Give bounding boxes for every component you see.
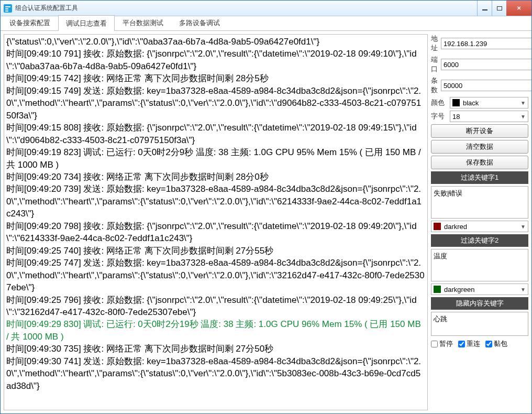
minimize-icon [482,9,487,10]
addr-label: 地址 [431,34,438,53]
font-label: 字号 [431,112,447,121]
clear-button[interactable]: 清空数据 [431,140,528,154]
pause-checkbox[interactable]: 暂停 [431,339,453,348]
hide-input[interactable]: 心跳 [431,312,528,336]
tab-multi-device[interactable]: 多路设备调试 [171,15,228,30]
color-label: 颜色 [431,98,447,107]
log-line: 时间[09:49:20 798] 接收: 原始数据: {\"jsonrpc\":… [6,220,425,245]
tab-debug-log[interactable]: 调试日志查看 [58,15,115,31]
filter2-header: 过滤关键字2 [431,234,528,247]
hide-header: 隐藏内容关键字 [431,297,528,310]
log-line: 时间[09:49:20 739] 发送: 原始数据: key=1ba37328-… [6,183,425,220]
log-line: 时间[09:49:19 823] 调试: 已运行: 0天0时2分9秒 温度: 3… [6,146,425,171]
titlebar: 组合认证系统配置工具 ✕ [1,1,531,16]
log-line: 时间[09:49:25 747] 发送: 原始数据: key=1ba37328-… [6,257,425,293]
log-line: 时间[09:49:15 808] 接收: 原始数据: {\"jsonrpc\":… [6,122,425,146]
options-row: 暂停 重连 黏包 [431,338,528,348]
color-swatch-icon [434,286,441,293]
count-input[interactable] [441,80,531,91]
app-window: 组合认证系统配置工具 ✕ 设备搜索配置 调试日志查看 平台数据测试 多路设备调试… [0,0,532,414]
filter1-header: 过滤关键字1 [431,171,528,184]
filter2-input[interactable]: 温度 [431,249,528,281]
log-line: 时间[09:49:30 735] 接收: 网络正常 离下次同步数据时间剩 27分… [6,343,425,355]
filter1-color-value: darkred [444,223,467,231]
color-swatch-icon [434,223,441,230]
chevron-down-icon: ▼ [520,114,526,119]
log-line: 时间[09:49:29 830] 调试: 已运行: 0天0时2分19秒 温度: … [6,318,425,343]
log-panel[interactable]: {\"status\":0,\"ver\":\"2.0.0\"},\"id\":… [4,34,428,410]
port-input[interactable] [441,59,531,70]
app-icon [4,4,12,13]
log-line: 时间[09:49:15 749] 发送: 原始数据: key=1ba37328-… [6,85,425,122]
chevron-down-icon: ▼ [520,287,526,292]
close-button[interactable]: ✕ [506,1,531,16]
content-area: {\"status\":0,\"ver\":\"2.0.0\"},\"id\":… [1,31,531,413]
port-label: 端口 [431,55,438,74]
tab-device-search[interactable]: 设备搜索配置 [2,15,58,30]
save-button[interactable]: 保存数据 [431,156,528,169]
filter1-input[interactable]: 失败|错误 [431,186,528,219]
maximize-button[interactable] [492,1,506,16]
addr-input[interactable] [441,38,531,49]
color-swatch-icon [452,99,460,106]
font-select-value: 18 [452,113,460,121]
log-line: {\"status\":0,\"ver\":\"2.0.0\"},\"id\":… [6,36,425,48]
log-line: 时间[09:49:15 742] 接收: 网络正常 离下次同步数据时间剩 28分… [6,72,425,84]
log-line: 时间[09:49:25 740] 接收: 网络正常 离下次同步数据时间剩 27分… [6,245,425,257]
log-line: 时间[09:49:10 791] 接收: 原始数据: {\"jsonrpc\":… [6,48,425,72]
maximize-icon [497,6,502,10]
window-title: 组合认证系统配置工具 [15,4,477,13]
chevron-down-icon: ▼ [520,100,526,106]
color-select[interactable]: black ▼ [450,97,528,108]
window-controls: ✕ [477,1,531,16]
color-select-value: black [463,99,479,107]
chevron-down-icon: ▼ [520,224,526,230]
filter2-color-value: darkgreen [444,286,475,293]
log-line: 时间[09:49:30 741] 发送: 原始数据: key=1ba37328-… [6,355,425,392]
filter1-color-select[interactable]: darkred ▼ [431,221,528,232]
minimize-button[interactable] [477,1,492,16]
sticky-checkbox[interactable]: 黏包 [485,339,507,348]
disconnect-button[interactable]: 断开设备 [431,124,528,138]
close-icon: ✕ [517,5,521,11]
log-line: 时间[09:49:25 796] 接收: 原始数据: {\"jsonrpc\":… [6,294,425,319]
reconnect-checkbox[interactable]: 重连 [458,339,480,348]
side-panel: 地址 端口 条数 颜色 black ▼ [431,34,528,410]
tab-platform-test[interactable]: 平台数据测试 [115,15,171,30]
font-select[interactable]: 18 ▼ [450,111,528,122]
filter2-color-select[interactable]: darkgreen ▼ [431,284,528,295]
log-line: 时间[09:49:20 734] 接收: 网络正常 离下次同步数据时间剩 28分… [6,171,425,183]
count-label: 条数 [431,76,438,95]
tabbar: 设备搜索配置 调试日志查看 平台数据测试 多路设备调试 [1,16,531,31]
